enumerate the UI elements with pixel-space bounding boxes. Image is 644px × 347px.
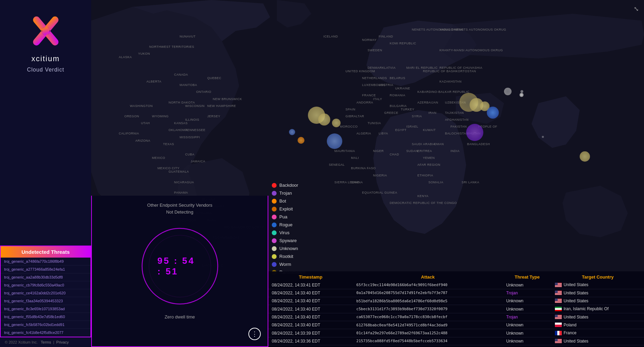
legend-label: Spyware <box>279 238 297 243</box>
threat-bubble-us6 <box>298 137 304 144</box>
legend-item: Backdoor <box>272 183 306 188</box>
table-row: 08/24/2022, 14:33:40 EDTca653077ece060c1… <box>268 313 644 321</box>
col-target-country: Target Country <box>551 273 644 281</box>
dwell-panel: Other Endpoint Security Vendors Not Dete… <box>91 196 268 347</box>
threat-bubble-us5 <box>327 133 342 149</box>
legend: BackdoorTrojanBotExploitPuaRogueVirusSpy… <box>268 179 309 278</box>
main-content: ALASKAYUKONNORTHWEST TERRITORIESNUNAVUTC… <box>91 0 644 347</box>
legend-item: Exploit <box>272 206 306 212</box>
country-flag <box>555 323 562 327</box>
xcitium-logo <box>25 10 66 52</box>
cell-threat-type: Unknown <box>503 321 552 329</box>
dot2 <box>542 136 544 138</box>
legend-color-dot <box>272 191 277 196</box>
legend-color-dot <box>272 230 277 235</box>
legend-item: Unknown <box>272 246 306 251</box>
legend-color-dot <box>272 207 277 212</box>
legend-color-dot <box>272 254 277 259</box>
legend-label: Trojan <box>279 191 292 196</box>
cell-timestamp: 08/24/2022, 14:33:41 EDT <box>268 281 353 289</box>
legend-label: Worm <box>279 262 291 267</box>
cell-attack: 65f3cc19ec1144b98d166b6af4c9091f6bedf940 <box>353 281 503 289</box>
legend-label: Virus <box>279 230 289 235</box>
sidebar: xcitium Cloud Verdict Undetected Threats… <box>0 0 91 347</box>
legend-label: Rootkit <box>279 254 293 259</box>
legend-item: Rogue <box>272 222 306 227</box>
threat-item: troj_generic_fc5b5876c02bd1edd91 <box>1 321 90 329</box>
legend-label: Pua <box>279 214 287 219</box>
threat-bubble-eu5 <box>504 88 512 95</box>
cell-threat-type: Unknown <box>503 297 552 305</box>
legend-label: Exploit <box>279 206 293 212</box>
cell-threat-type: Unknown <box>503 305 552 313</box>
threat-item: troj_generic_f3aa34e05394453323 <box>1 297 90 305</box>
threat-item: troj_generic_a7486fa770c186f8b49 <box>1 258 90 265</box>
vendor-text-line2: Not Detecting <box>166 209 193 215</box>
cell-attack: 01c14fa29e297e66e2789ad2f69673aa1252c488 <box>353 329 503 337</box>
threat-item: troj_generic_cb79fc8d6c550a49ac0 <box>1 281 90 289</box>
legend-color-dot <box>272 238 277 243</box>
table-row: 08/24/2022, 14:33:39 EDT01c14fa29e297e66… <box>268 329 644 337</box>
threat-item: troj_generic_aa2a88b30db33d5df8 <box>1 273 90 281</box>
data-table: Timestamp Attack Threat Type Target Coun… <box>268 271 644 347</box>
threat-item: troj_generic_8c3e65fe107193853ad <box>1 305 90 313</box>
cell-timestamp: 08/24/2022, 14:33:40 EDT <box>268 297 353 305</box>
threat-bubble-eu6 <box>519 93 524 97</box>
threat-bubble-us4 <box>289 129 295 135</box>
legend-item: Worm <box>272 262 306 267</box>
logo-area: xcitium Cloud Verdict <box>0 0 91 80</box>
cell-timestamp: 08/24/2022, 14:33:40 EDT <box>268 305 353 313</box>
table-row: 08/24/2022, 14:33:40 EDT612768babc0eaf8e… <box>268 321 644 329</box>
product-name: Cloud Verdict <box>27 67 64 73</box>
brand-name: xcitium <box>31 54 60 63</box>
threat-bubble-eu4 <box>487 107 499 119</box>
threat-item: troj_generic_f55d8b43e7d58b1ed60 <box>1 313 90 321</box>
legend-color-dot <box>272 199 277 204</box>
sidebar-footer: © 2022 Xcitium Inc. Terms | Privacy <box>0 337 91 347</box>
col-threat-type: Threat Type <box>503 273 552 281</box>
dwell-timer: 95 : 54 : 51 <box>158 256 202 277</box>
threat-bubble-us3 <box>332 119 341 127</box>
cell-threat-type: Unknown <box>503 281 552 289</box>
threats-header: Undetected Threats <box>1 246 90 258</box>
table-header-row: Timestamp Attack Threat Type Target Coun… <box>268 273 644 281</box>
country-flag <box>555 291 562 295</box>
country-flag <box>555 339 562 343</box>
cell-threat-type: Unknown <box>503 329 552 337</box>
legend-label: Rogue <box>279 222 292 227</box>
legend-item: Bot <box>272 198 306 204</box>
legend-color-dot <box>272 183 277 188</box>
copyright: © 2022 Xcitium Inc. <box>5 340 38 344</box>
legend-color-dot <box>272 262 277 267</box>
dot1 <box>520 90 523 93</box>
table-row: 08/24/2022, 14:33:40 EDT0a1a7045d16e2087… <box>268 289 644 297</box>
menu-button[interactable]: ⋮ <box>248 328 261 340</box>
terms-link[interactable]: Terms <box>41 340 51 344</box>
table-row: 08/24/2022, 14:33:40 EDTc5becb3131d1f7c3… <box>268 305 644 313</box>
cell-attack: ca653077ece060c1cc70a0a7178cc830cb8fecbf <box>353 313 503 321</box>
table-row: 08/24/2022, 14:33:41 EDT65f3cc19ec1144b9… <box>268 281 644 289</box>
threat-item: troj_generic_fc41b8e42f5d9ce2077 <box>1 329 90 337</box>
country-flag <box>555 307 562 311</box>
legend-item: Pua <box>272 214 306 219</box>
legend-item: Spyware <box>272 238 306 243</box>
col-attack: Attack <box>353 273 503 281</box>
cell-country: United States <box>551 297 644 305</box>
privacy-link[interactable]: Privacy <box>56 340 69 344</box>
threats-panel: Undetected Threats troj_generic_a7486fa7… <box>0 246 91 337</box>
country-flag <box>555 283 562 287</box>
cell-country: United States <box>551 337 644 345</box>
legend-item: Trojan <box>272 191 306 196</box>
dwell-label: Zero dwell time <box>164 314 195 319</box>
threat-bubble-us2 <box>318 113 330 126</box>
table-body: 08/24/2022, 14:33:41 EDT65f3cc19ec1144b9… <box>268 281 644 345</box>
cell-threat-type: Trojan <box>503 313 552 321</box>
expand-icon[interactable]: ⤡ <box>634 5 639 13</box>
cell-threat-type: Unknown <box>503 337 552 345</box>
cell-attack: c5becb3131d1f7c3893b9b8bef730d73320f0079 <box>353 305 503 313</box>
threat-table: Timestamp Attack Threat Type Target Coun… <box>268 273 644 345</box>
cell-timestamp: 08/24/2022, 14:33:39 EDT <box>268 329 353 337</box>
dwell-circle: 95 : 54 : 51 <box>135 221 225 311</box>
legend-color-dot <box>272 223 277 227</box>
legend-color-dot <box>272 215 277 219</box>
